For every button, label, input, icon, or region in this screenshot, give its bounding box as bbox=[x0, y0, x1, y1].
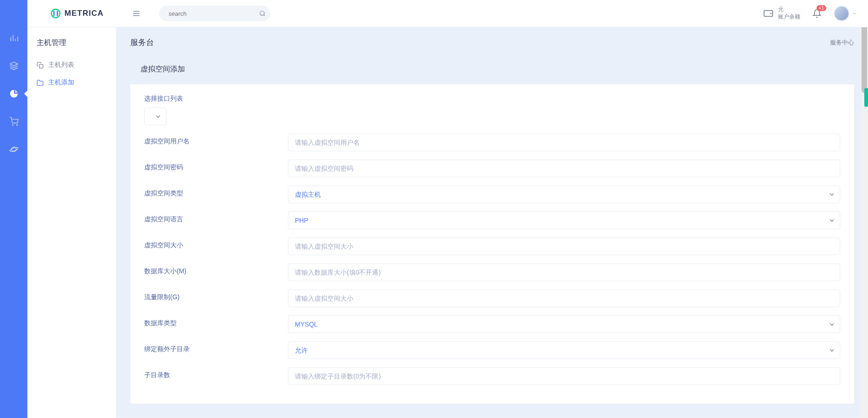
label-password: 虚拟空间密码 bbox=[144, 160, 288, 172]
field-db-type: 数据库类型 MYSQL bbox=[144, 315, 840, 333]
input-traffic[interactable] bbox=[288, 289, 840, 307]
label-db-size: 数据库大小(M) bbox=[144, 264, 288, 276]
svg-point-2 bbox=[16, 125, 17, 126]
notifications-button[interactable]: +1 bbox=[812, 9, 822, 18]
field-db-size: 数据库大小(M) bbox=[144, 264, 840, 281]
sidebar-icon-layers[interactable] bbox=[8, 60, 19, 71]
svg-point-4 bbox=[9, 147, 19, 153]
page-title: 服务台 bbox=[130, 37, 154, 48]
user-menu[interactable] bbox=[834, 6, 857, 21]
sidebar-item-label: 主机列表 bbox=[48, 61, 74, 69]
label-username: 虚拟空间用户名 bbox=[144, 134, 288, 146]
label-type: 虚拟空间类型 bbox=[144, 186, 288, 198]
topbar: METRICA 元 账户余额 +1 bbox=[27, 0, 868, 27]
field-size: 虚拟空间大小 bbox=[144, 238, 840, 255]
page: 服务台 服务中心 虚拟空间添加 选择接口列表 虚拟空间用户名 虚拟空间密码 bbox=[116, 0, 868, 418]
avatar bbox=[834, 6, 849, 21]
field-username: 虚拟空间用户名 bbox=[144, 134, 840, 151]
sidebar-item-host-add[interactable]: 主机添加 bbox=[27, 74, 116, 91]
label-db-type: 数据库类型 bbox=[144, 315, 288, 328]
copy-icon bbox=[37, 62, 44, 69]
icon-sidebar bbox=[0, 0, 27, 418]
topbar-right: 元 账户余额 +1 bbox=[763, 6, 857, 21]
svg-marker-0 bbox=[10, 62, 18, 66]
svg-point-6 bbox=[51, 9, 60, 18]
card-title: 虚拟空间添加 bbox=[130, 56, 854, 84]
label-traffic: 流量限制(G) bbox=[144, 289, 288, 302]
label-size: 虚拟空间大小 bbox=[144, 238, 288, 250]
input-size[interactable] bbox=[288, 238, 840, 255]
balance-label: 账户余额 bbox=[778, 13, 800, 21]
svg-point-10 bbox=[260, 11, 264, 15]
input-username[interactable] bbox=[288, 134, 840, 151]
sub-sidebar: 主机管理 主机列表 主机添加 bbox=[27, 0, 116, 418]
select-lang[interactable]: PHP bbox=[288, 212, 840, 229]
notif-badge: +1 bbox=[817, 5, 826, 11]
input-subdir-count[interactable] bbox=[288, 367, 840, 385]
svg-point-1 bbox=[12, 125, 13, 126]
input-db-size[interactable] bbox=[288, 264, 840, 281]
card-body: 选择接口列表 虚拟空间用户名 虚拟空间密码 虚拟空间类型 虚拟主机 bbox=[130, 84, 854, 404]
field-subdir-count: 子目录数 bbox=[144, 367, 840, 385]
svg-line-11 bbox=[264, 15, 265, 16]
balance-widget[interactable]: 元 账户余额 bbox=[763, 6, 800, 20]
balance-currency: 元 bbox=[778, 6, 800, 13]
form-card: 虚拟空间添加 选择接口列表 虚拟空间用户名 虚拟空间密码 bbox=[130, 56, 854, 404]
input-password[interactable] bbox=[288, 160, 840, 177]
sidebar-icon-pie[interactable] bbox=[8, 88, 19, 99]
sub-sidebar-title: 主机管理 bbox=[27, 32, 116, 56]
brand-name: METRICA bbox=[64, 9, 103, 18]
search-wrap bbox=[159, 6, 270, 21]
label-lang: 虚拟空间语言 bbox=[144, 212, 288, 224]
sidebar-icon-cart[interactable] bbox=[8, 116, 19, 127]
scrollbar[interactable] bbox=[861, 0, 868, 418]
brand-logo[interactable]: METRICA bbox=[51, 8, 103, 19]
field-bind-extra: 绑定额外子目录 允许 bbox=[144, 341, 840, 359]
select-db-type[interactable]: MYSQL bbox=[288, 315, 840, 333]
breadcrumb: 服务中心 bbox=[830, 39, 854, 47]
settings-tab[interactable] bbox=[864, 88, 868, 107]
wallet-icon bbox=[763, 8, 773, 19]
search-input[interactable] bbox=[159, 6, 270, 21]
field-traffic: 流量限制(G) bbox=[144, 289, 840, 307]
label-bind-extra: 绑定额外子目录 bbox=[144, 341, 288, 354]
folder-open-icon bbox=[37, 79, 44, 86]
field-api-list: 选择接口列表 bbox=[144, 95, 840, 125]
field-type: 虚拟空间类型 虚拟主机 bbox=[144, 186, 840, 203]
field-password: 虚拟空间密码 bbox=[144, 160, 840, 177]
sidebar-item-host-list[interactable]: 主机列表 bbox=[27, 56, 116, 74]
sidebar-icon-planet[interactable] bbox=[8, 144, 19, 155]
chevron-down-icon bbox=[852, 11, 857, 16]
logo-icon bbox=[51, 8, 61, 19]
sidebar-item-label: 主机添加 bbox=[48, 78, 74, 87]
svg-rect-5 bbox=[39, 64, 43, 68]
select-bind-extra[interactable]: 允许 bbox=[288, 341, 840, 359]
sidebar-icon-analytics[interactable] bbox=[8, 32, 19, 44]
field-lang: 虚拟空间语言 PHP bbox=[144, 212, 840, 229]
label-api-list: 选择接口列表 bbox=[144, 95, 840, 103]
content: 虚拟空间添加 选择接口列表 虚拟空间用户名 虚拟空间密码 bbox=[116, 56, 868, 418]
menu-toggle-button[interactable] bbox=[132, 9, 140, 18]
select-api-list[interactable] bbox=[144, 108, 166, 125]
select-type[interactable]: 虚拟主机 bbox=[288, 186, 840, 203]
label-subdir-count: 子目录数 bbox=[144, 367, 288, 379]
